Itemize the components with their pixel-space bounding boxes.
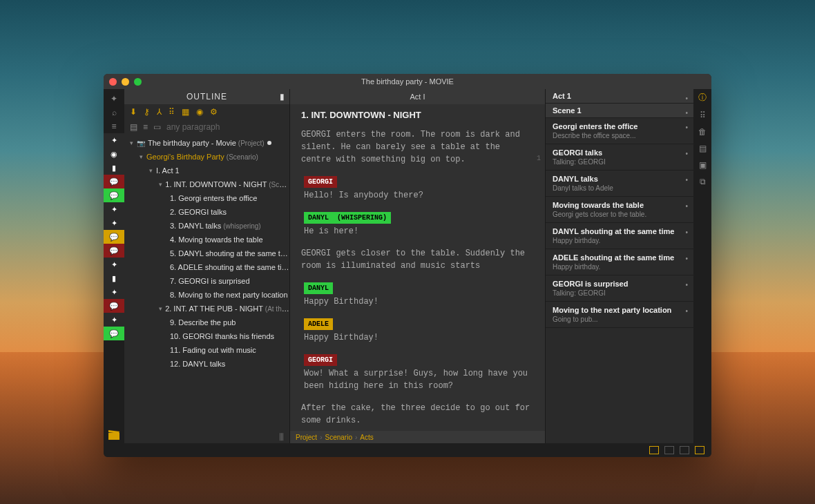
tool-eye-icon[interactable]: ◉	[196, 107, 203, 117]
bookmark-icon[interactable]: ▮	[280, 92, 285, 101]
card-item[interactable]: GEORGI talksTalking: GEORGI•	[546, 144, 693, 171]
card-menu-icon[interactable]: •	[685, 229, 688, 236]
image-icon[interactable]: ▣	[699, 160, 707, 170]
info-icon[interactable]: ⓘ	[698, 92, 707, 104]
card-menu-icon[interactable]: •	[685, 150, 688, 157]
tree-beat[interactable]: 4. Moving towards the table	[124, 233, 289, 246]
action-block[interactable]: After the cake, the three decide to go o…	[301, 402, 534, 427]
view-card-icon[interactable]: ▭	[153, 122, 161, 132]
search-icon[interactable]: ⌕	[104, 106, 124, 119]
run-icon[interactable]: ✦	[104, 92, 124, 106]
card-title: Moving towards the table	[553, 201, 687, 209]
tree-beat[interactable]: 11. Fading out with music	[124, 343, 289, 357]
tree-beat[interactable]: 5. DANYL shouting at the same time	[124, 246, 289, 260]
card-menu-icon[interactable]: •	[685, 124, 688, 131]
card-menu-icon[interactable]: •	[685, 95, 688, 102]
dialogue-block[interactable]: DANYLHappy Birthday!	[304, 282, 534, 308]
tree-beat[interactable]: 9. Describe the pub	[124, 316, 289, 329]
beat-tag[interactable]: 💬	[104, 230, 124, 244]
layout-2-button[interactable]	[664, 446, 674, 454]
card-menu-icon[interactable]: •	[685, 307, 688, 315]
right-icon-bar: ⓘ ⠿ 🗑 ▤ ▣ ⧉	[693, 89, 711, 443]
tree-act[interactable]: ▾I. Act 1	[124, 164, 289, 177]
beat-tag[interactable]: 💬	[104, 175, 124, 188]
card-desc: Happy birthday.	[553, 263, 687, 271]
card-item[interactable]: DANYL talksDanyl talks to Adele•	[546, 171, 693, 197]
card-item[interactable]: Moving to the next party locationGoing t…	[546, 302, 693, 328]
card-desc: Danyl talks to Adele	[553, 184, 687, 192]
card-menu-icon[interactable]: •	[685, 281, 688, 289]
outline-header: OUTLINE ▮	[124, 89, 289, 104]
beat-tag[interactable]: ▮	[104, 271, 124, 285]
tool-gear-icon[interactable]: ⚙	[210, 107, 218, 117]
beat-tag[interactable]: ✦	[104, 133, 124, 147]
beat-tag[interactable]: ✦	[104, 258, 124, 271]
share-icon[interactable]: ⠿	[700, 110, 706, 120]
card-item[interactable]: GEORGI is surprisedTalking: GEORGI•	[546, 275, 693, 302]
card-header[interactable]: Act 1•	[546, 89, 693, 104]
card-menu-icon[interactable]: •	[685, 109, 688, 117]
outline-tree: ▾📷The birthday party - Movie (Project)▾G…	[124, 135, 289, 431]
dialogue-block[interactable]: GEORGIHello! Is anybody there?	[304, 175, 534, 202]
card-item[interactable]: Georgi enters the officeDescribe the off…	[546, 118, 693, 144]
script-body[interactable]: GEORGI enters the room. The room is dark…	[290, 126, 545, 431]
search-input[interactable]: any paragraph	[166, 122, 284, 132]
card-item[interactable]: Moving towards the tableGeorgi gets clos…	[546, 197, 693, 223]
sliders-icon[interactable]: ⫴	[279, 431, 284, 443]
dialogue-block[interactable]: GEORGIWow! What a surprise! Guys, how lo…	[304, 353, 534, 392]
beat-tag[interactable]: ✦	[104, 285, 124, 299]
card-header[interactable]: Scene 1•	[546, 104, 693, 118]
list-icon[interactable]: ≡	[104, 119, 124, 133]
tree-beat[interactable]: 12. DANYL talks	[124, 357, 289, 371]
tree-project[interactable]: ▾📷The birthday party - Movie (Project)	[124, 136, 289, 150]
view-lines-icon[interactable]: ≡	[143, 122, 148, 132]
card-item[interactable]: ADELE shouting at the same timeHappy bir…	[546, 249, 693, 275]
outline-title: OUTLINE	[186, 92, 227, 101]
breadcrumb-scenario[interactable]: Scenario	[325, 434, 352, 441]
tool-branch-icon[interactable]: ⅄	[157, 107, 162, 117]
tree-beat[interactable]: 2. GEORGI talks	[124, 205, 289, 219]
beat-tag[interactable]: ✦	[104, 202, 124, 216]
tool-grid-icon[interactable]: ▦	[182, 107, 189, 117]
card-menu-icon[interactable]: •	[685, 176, 688, 184]
tree-scene[interactable]: ▾1. INT. DOWNTOWN - NIGHT (Scene 1)	[124, 177, 289, 191]
action-block[interactable]: GEORGI gets closer to the table. Suddenl…	[301, 247, 534, 272]
tree-beat[interactable]: 7. GEORGI is surprised	[124, 274, 289, 288]
layout-3-button[interactable]	[680, 446, 689, 454]
dialogue-block[interactable]: DANYL(WHISPERING)He is here!	[304, 211, 534, 238]
tool-network-icon[interactable]: ⚷	[144, 107, 150, 117]
beat-tag[interactable]: ✦	[104, 216, 124, 230]
layout-1-button[interactable]	[649, 446, 659, 454]
tree-beat[interactable]: 8. Moving to the next party location	[124, 288, 289, 302]
action-block[interactable]: GEORGI enters the room. The room is dark…	[301, 128, 534, 166]
layout-4-button[interactable]	[695, 446, 704, 454]
card-menu-icon[interactable]: •	[685, 255, 688, 262]
tree-beat[interactable]: 3. DANYL talks (whispering)	[124, 219, 289, 233]
beat-tag[interactable]: ✦	[104, 313, 124, 327]
dialogue-block[interactable]: ADELEHappy Birthday!	[304, 318, 534, 344]
clapperboard-icon[interactable]	[104, 427, 124, 443]
card-title: Moving to the next party location	[553, 306, 687, 314]
tree-scenario[interactable]: ▾Georgi's Birthday Party (Scenario)	[124, 150, 289, 164]
trash-icon[interactable]: 🗑	[698, 127, 707, 137]
beat-tag[interactable]: ◉	[104, 147, 124, 161]
tree-beat[interactable]: 10. GEORGI thanks his friends	[124, 329, 289, 343]
breadcrumb-project[interactable]: Project	[296, 434, 317, 441]
beat-tag[interactable]: ▮	[104, 161, 124, 175]
card-menu-icon[interactable]: •	[685, 202, 688, 210]
character-tag: DANYL	[304, 212, 333, 224]
tree-scene[interactable]: ▾2. INT. AT THE PUB - NIGHT (At the pub)	[124, 302, 289, 316]
tool-add-icon[interactable]: ⬇	[130, 107, 137, 117]
breadcrumb-acts[interactable]: Acts	[360, 434, 373, 441]
card-item[interactable]: DANYL shouting at the same timeHappy bir…	[546, 223, 693, 249]
beat-tag[interactable]: 💬	[104, 299, 124, 313]
beat-tag[interactable]: 💬	[104, 244, 124, 258]
beat-tag[interactable]: 💬	[104, 188, 124, 202]
view-list-icon[interactable]: ▤	[130, 122, 137, 132]
beat-tag[interactable]: 💬	[104, 327, 124, 340]
tree-beat[interactable]: 1. Georgi enters the office	[124, 191, 289, 205]
tool-share-icon[interactable]: ⠿	[169, 107, 175, 117]
tree-beat[interactable]: 6. ADELE shouting at the same time	[124, 260, 289, 274]
version-icon[interactable]: ⧉	[700, 177, 706, 186]
note-icon[interactable]: ▤	[699, 144, 707, 153]
